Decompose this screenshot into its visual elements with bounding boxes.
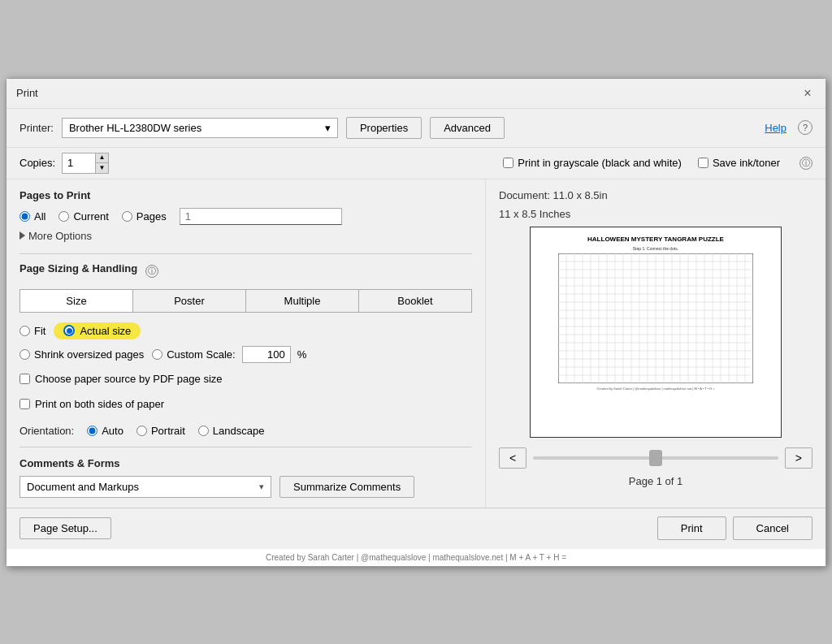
current-radio-label[interactable]: Current: [58, 210, 108, 223]
preview-container: 11 x 8.5 Inches HALLOWEEN MYSTERY TANGRA…: [499, 208, 812, 438]
landscape-radio-label[interactable]: Landscape: [198, 425, 265, 437]
save-ink-checkbox[interactable]: [698, 158, 708, 168]
fit-radio-label[interactable]: Fit: [20, 325, 46, 337]
shrink-radio[interactable]: [20, 349, 30, 360]
preview-image: HALLOWEEN MYSTERY TANGRAM PUZZLE Step 1:…: [530, 227, 782, 438]
advanced-button[interactable]: Advanced: [430, 117, 505, 139]
landscape-label: Landscape: [213, 425, 265, 437]
footer-watermark: Created by Sarah Carter | @mathequalslov…: [6, 548, 826, 566]
copies-row: Copies: ▲ ▼ Print in grayscale (black an…: [6, 148, 826, 179]
sizing-info-icon[interactable]: ⓘ: [145, 265, 158, 278]
auto-radio[interactable]: [87, 426, 98, 436]
both-sides-label[interactable]: Print on both sides of paper: [35, 398, 164, 410]
page-slider[interactable]: [533, 456, 778, 460]
copies-input-wrap: ▲ ▼: [62, 153, 109, 174]
paper-source-checkbox[interactable]: [20, 374, 30, 384]
actual-size-radio-label[interactable]: Actual size: [80, 325, 131, 337]
printer-label: Printer:: [20, 122, 54, 134]
both-sides-checkbox[interactable]: [20, 399, 30, 409]
orientation-row: Orientation: Auto Portrait Landscape: [20, 425, 472, 437]
properties-button[interactable]: Properties: [346, 117, 422, 139]
portrait-label: Portrait: [151, 425, 185, 437]
page-info: Page 1 of 1: [629, 475, 683, 487]
actual-size-dot: [63, 325, 75, 336]
footer-text: Created by Sarah Carter | @mathequalslov…: [266, 553, 566, 562]
sizing-options: Fit Actual size: [20, 322, 472, 413]
custom-scale-text: Custom Scale:: [167, 348, 236, 361]
current-radio[interactable]: [58, 211, 69, 222]
comments-select[interactable]: Document and Markups Document Document a…: [20, 477, 253, 497]
save-ink-checkbox-label[interactable]: Save ink/toner: [698, 157, 780, 169]
both-sides-text: Print on both sides of paper: [35, 398, 164, 410]
bottom-right-buttons: Print Cancel: [657, 516, 812, 540]
main-content: Pages to Print All Current Pages: [6, 179, 826, 508]
scale-input[interactable]: [242, 346, 291, 363]
copies-up-button[interactable]: ▲: [95, 153, 108, 163]
fit-label: Fit: [34, 325, 46, 337]
comments-select-arrow-icon: ▾: [253, 482, 271, 492]
help-icon[interactable]: ?: [798, 120, 812, 135]
copies-input[interactable]: [63, 154, 95, 171]
copies-label: Copies:: [20, 157, 55, 169]
orientation-title: Orientation:: [20, 425, 74, 437]
printer-row: Printer: Brother HL-L2380DW series ▾ Pro…: [6, 109, 826, 148]
sizing-header: Page Sizing & Handling ⓘ: [20, 262, 472, 281]
poster-tab[interactable]: Poster: [133, 290, 246, 312]
pages-radio[interactable]: [122, 211, 132, 222]
dropdown-arrow-icon: ▾: [325, 122, 331, 134]
all-radio[interactable]: [20, 211, 30, 222]
pages-input[interactable]: [180, 208, 342, 225]
shrink-radio-label[interactable]: Shrink oversized pages: [20, 348, 144, 361]
title-bar: Print ×: [6, 79, 826, 109]
custom-scale-radio-label[interactable]: Custom Scale:: [152, 348, 236, 361]
sizing-title: Page Sizing & Handling: [20, 262, 137, 274]
grayscale-checkbox[interactable]: [503, 158, 514, 168]
auto-label: Auto: [102, 425, 124, 437]
portrait-radio[interactable]: [136, 426, 147, 436]
comments-title: Comments & Forms: [20, 457, 472, 469]
next-page-button[interactable]: >: [785, 447, 812, 469]
preview-doc-title: HALLOWEEN MYSTERY TANGRAM PUZZLE: [587, 236, 724, 243]
comments-controls: Document and Markups Document Document a…: [20, 476, 472, 498]
comments-select-wrap[interactable]: Document and Markups Document Document a…: [20, 476, 271, 498]
custom-scale-radio[interactable]: [152, 349, 162, 360]
portrait-radio-label[interactable]: Portrait: [136, 425, 185, 437]
grayscale-checkbox-label[interactable]: Print in grayscale (black and white): [503, 157, 682, 169]
cancel-button[interactable]: Cancel: [733, 516, 812, 540]
more-options-row[interactable]: More Options: [20, 230, 472, 242]
auto-radio-label[interactable]: Auto: [87, 425, 124, 437]
shrink-label: Shrink oversized pages: [34, 348, 144, 361]
help-link[interactable]: Help: [765, 122, 786, 134]
shrink-row: Shrink oversized pages Custom Scale: %: [20, 346, 472, 363]
comments-section: Comments & Forms Document and Markups Do…: [20, 447, 472, 498]
booklet-tab[interactable]: Booklet: [359, 290, 471, 312]
page-setup-button[interactable]: Page Setup...: [20, 517, 111, 539]
paper-source-label[interactable]: Choose paper source by PDF page size: [35, 373, 223, 385]
preview-doc-subtitle: Step 1: Connect the dots.: [633, 246, 678, 251]
close-button[interactable]: ×: [800, 85, 816, 102]
summarize-comments-button[interactable]: Summarize Comments: [280, 476, 414, 498]
divider-1: [20, 253, 472, 254]
multiple-tab[interactable]: Multiple: [246, 290, 359, 312]
all-radio-text: All: [34, 210, 46, 223]
save-ink-label: Save ink/toner: [713, 157, 780, 169]
slider-thumb[interactable]: [649, 450, 662, 466]
dialog-body: Printer: Brother HL-L2380DW series ▾ Pro…: [6, 109, 826, 566]
bottom-bar: Page Setup... Print Cancel: [6, 508, 826, 548]
orientation-section: Orientation: Auto Portrait Landscape: [20, 425, 472, 437]
print-button[interactable]: Print: [657, 516, 726, 540]
copies-down-button[interactable]: ▼: [95, 163, 108, 173]
paper-source-text: Choose paper source by PDF page size: [35, 373, 223, 385]
all-radio-label[interactable]: All: [20, 210, 46, 223]
landscape-radio[interactable]: [198, 426, 209, 436]
doc-info: Document: 11.0 x 8.5in: [499, 189, 608, 201]
fit-radio[interactable]: [20, 326, 30, 336]
sizing-tabs: Size Poster Multiple Booklet: [20, 289, 472, 313]
print-dialog: Print × Printer: Brother HL-L2380DW seri…: [6, 78, 826, 567]
pages-radio-label[interactable]: Pages: [122, 210, 167, 223]
printer-dropdown[interactable]: Brother HL-L2380DW series ▾: [62, 118, 338, 138]
save-ink-info-icon[interactable]: ⓘ: [800, 157, 812, 170]
size-tab[interactable]: Size: [20, 290, 133, 312]
prev-page-button[interactable]: <: [499, 447, 526, 469]
dialog-title: Print: [16, 87, 38, 99]
